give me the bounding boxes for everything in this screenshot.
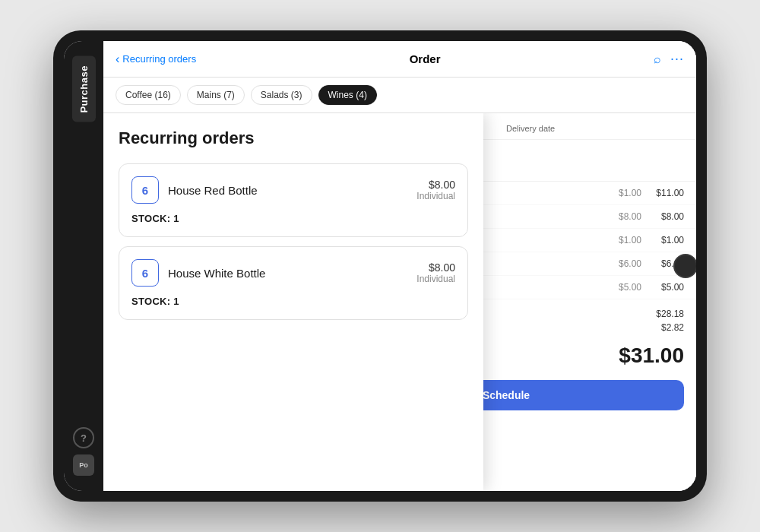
qty-badge-1[interactable]: 6 bbox=[131, 176, 159, 204]
user-avatar[interactable]: Po bbox=[73, 454, 94, 476]
order-line-unit-price: $1.00 bbox=[619, 188, 641, 198]
tab-salads[interactable]: Salads (3) bbox=[251, 85, 312, 105]
delivery-date-label: Delivery date bbox=[506, 124, 684, 133]
nav-actions: ⌕ ··· bbox=[654, 51, 684, 67]
recurring-title: Recurring orders bbox=[119, 128, 468, 148]
nav-title: Order bbox=[196, 52, 654, 65]
order-line-total: $8.00 bbox=[654, 211, 684, 222]
item-price-col-2: $8.00 Individual bbox=[416, 261, 455, 284]
tab-coffee[interactable]: Coffee (16) bbox=[116, 85, 181, 105]
top-nav: ‹ Recurring orders Order ⌕ ··· bbox=[103, 41, 696, 78]
stock-label-1: STOCK: 1 bbox=[131, 213, 455, 224]
sidebar: Purchase ? Po bbox=[64, 41, 103, 491]
back-button[interactable]: ‹ Recurring orders bbox=[116, 52, 196, 66]
ipad-screen: Purchase ? Po ‹ Recurring orders Order bbox=[64, 41, 696, 491]
category-tabs: Coffee (16) Mains (7) Salads (3) Wines (… bbox=[103, 78, 696, 113]
order-line-prices: $1.00 $11.00 bbox=[619, 188, 684, 198]
order-line-unit-price: $8.00 bbox=[619, 211, 641, 222]
tab-wines[interactable]: Wines (4) bbox=[318, 85, 377, 105]
order-line-unit-price: $5.00 bbox=[619, 282, 641, 293]
item-price-amount-1: $8.00 bbox=[416, 179, 455, 191]
order-line-unit-price: $6.00 bbox=[619, 258, 641, 269]
more-options-icon[interactable]: ··· bbox=[670, 51, 684, 67]
item-price-unit-2: Individual bbox=[416, 274, 455, 284]
item-price-unit-1: Individual bbox=[416, 191, 455, 201]
tab-mains[interactable]: Mains (7) bbox=[187, 85, 245, 105]
item-price-amount-2: $8.00 bbox=[416, 261, 455, 274]
home-button[interactable] bbox=[673, 254, 696, 278]
item-name-2: House White Bottle bbox=[168, 267, 407, 280]
tax-value: $2.82 bbox=[661, 322, 684, 333]
help-icon[interactable]: ? bbox=[73, 427, 94, 448]
order-line-prices: $5.00 $5.00 bbox=[619, 282, 684, 293]
sidebar-purchase-label: Purchase bbox=[72, 56, 96, 122]
recurring-card-2: 6 House White Bottle $8.00 Individual ST… bbox=[119, 246, 468, 320]
item-price-col-1: $8.00 Individual bbox=[416, 179, 455, 201]
sidebar-bottom: ? Po bbox=[73, 427, 94, 476]
qty-badge-2[interactable]: 6 bbox=[131, 259, 159, 287]
item-name-1: House Red Bottle bbox=[168, 184, 407, 197]
order-line-total: $11.00 bbox=[654, 188, 684, 198]
order-line-unit-price: $1.00 bbox=[619, 235, 641, 245]
search-icon[interactable]: ⌕ bbox=[654, 52, 661, 66]
recurring-card-top: 6 House Red Bottle $8.00 Individual bbox=[131, 176, 455, 204]
stock-label-2: STOCK: 1 bbox=[131, 296, 455, 307]
content-area: $8.00 Individual ··· $1.00 Individual bbox=[103, 113, 696, 491]
ipad-shell: Purchase ? Po ‹ Recurring orders Order bbox=[53, 30, 707, 502]
recurring-overlay: Recurring orders 6 House Red Bottle $8.0… bbox=[103, 113, 483, 491]
back-chevron-icon: ‹ bbox=[116, 52, 119, 66]
subtotal-value: $28.18 bbox=[656, 309, 684, 319]
back-label: Recurring orders bbox=[122, 53, 196, 65]
recurring-card-top-2: 6 House White Bottle $8.00 Individual bbox=[131, 259, 455, 287]
order-line-prices: $1.00 $1.00 bbox=[619, 235, 684, 245]
order-line-total: $5.00 bbox=[654, 282, 684, 293]
order-line-total: $1.00 bbox=[654, 235, 684, 245]
recurring-card-1: 6 House Red Bottle $8.00 Individual STOC… bbox=[119, 163, 468, 237]
main-content: ‹ Recurring orders Order ⌕ ··· Coffee (1… bbox=[103, 41, 696, 491]
total-value: $31.00 bbox=[619, 344, 684, 368]
order-line-prices: $8.00 $8.00 bbox=[619, 211, 684, 222]
